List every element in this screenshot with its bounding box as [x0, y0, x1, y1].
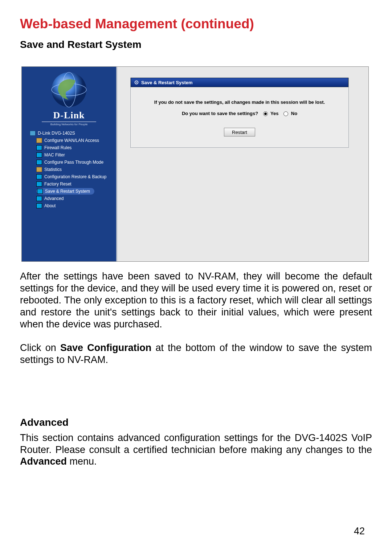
radio-no-label: No [291, 111, 297, 116]
tree-item-about[interactable]: About [25, 202, 116, 209]
p3-bold: Advanced [20, 456, 67, 467]
tree-label: D-Link DVG-1402S [38, 131, 75, 136]
folder-icon [36, 138, 42, 143]
tree-label: Statistics [44, 167, 62, 172]
section-title: Save and Restart System [20, 39, 372, 50]
globe-logo [22, 67, 116, 112]
restart-button[interactable]: Restart [224, 128, 255, 136]
brand-tagline: Building Networks for People [22, 123, 116, 126]
tree-label: Firewall Rules [44, 145, 72, 150]
folder-icon [36, 167, 42, 172]
tree-item-statistics[interactable]: Statistics [25, 166, 116, 173]
tree-label: MAC Filter [44, 152, 65, 158]
tree-item-restorebackup[interactable]: Configuration Restore & Backup [25, 173, 116, 180]
svg-point-4 [136, 82, 137, 83]
page-title: Web-based Management (continued) [20, 16, 372, 32]
brand-logo: D-Link [22, 110, 116, 121]
device-icon [30, 131, 36, 136]
router-screenshot: D-Link Building Networks for People D-Li… [21, 66, 369, 262]
page-icon [36, 196, 42, 201]
tree-item-saverestart[interactable]: Save & Restart System [25, 188, 116, 195]
brand-underline [42, 122, 96, 122]
tree-label: Factory Reset [44, 181, 72, 187]
paragraph-2: Click on Save Configuration at the botto… [20, 342, 372, 366]
tree-label: Configure Pass Through Mode [44, 160, 103, 165]
content-pane: Save & Restart System If you do not save… [116, 67, 368, 261]
p2-pre: Click on [20, 342, 60, 353]
radio-yes-label: Yes [270, 111, 278, 116]
panel-title-bar: Save & Restart System [131, 78, 348, 87]
panel-prompt-row: Do you want to save the settings? Yes No [134, 111, 345, 116]
paragraph-1: After the settings have been saved to NV… [20, 270, 372, 330]
tree-label: Configuration Restore & Backup [44, 174, 106, 179]
page-icon [36, 181, 42, 187]
paragraph-3: This section contains advanced configura… [20, 432, 372, 468]
tree-label: Save & Restart System [45, 189, 90, 194]
page-number: 42 [354, 526, 365, 537]
panel-title-text: Save & Restart System [141, 80, 193, 85]
page-icon [36, 152, 42, 158]
tree-item-firewall[interactable]: Firewall Rules [25, 144, 116, 151]
nav-tree: D-Link DVG-1402S Configure WAN/LAN Acces… [25, 130, 116, 209]
globe-icon [47, 70, 91, 110]
panel-warning: If you do not save the settings, all cha… [134, 99, 345, 105]
tree-label: Configure WAN/LAN Access [44, 138, 99, 143]
tree-item-wanlan[interactable]: Configure WAN/LAN Access [25, 137, 116, 144]
page-icon [36, 203, 42, 208]
radio-no[interactable] [283, 111, 288, 116]
page-icon [36, 160, 42, 165]
sidebar: D-Link Building Networks for People D-Li… [22, 67, 116, 261]
tree-item-macfilter[interactable]: MAC Filter [25, 151, 116, 159]
page-icon [36, 145, 42, 150]
tree-item-advanced[interactable]: Advanced [25, 195, 116, 202]
tree-root[interactable]: D-Link DVG-1402S [25, 130, 116, 137]
tree-label: Advanced [44, 196, 64, 201]
p3-post: menu. [67, 456, 97, 467]
radio-yes[interactable] [263, 111, 268, 116]
section2-title: Advanced [20, 417, 372, 428]
gear-icon [134, 80, 139, 85]
p3-pre: This section contains advanced configura… [20, 432, 372, 455]
tree-item-passthrough[interactable]: Configure Pass Through Mode [25, 159, 116, 166]
save-restart-panel: Save & Restart System If you do not save… [130, 78, 349, 148]
p2-bold: Save Configuration [60, 342, 151, 353]
tree-item-factoryreset[interactable]: Factory Reset [25, 180, 116, 188]
panel-prompt: Do you want to save the settings? [182, 111, 258, 116]
tree-label: About [44, 203, 56, 208]
page-icon [36, 174, 42, 179]
page-icon [37, 189, 43, 194]
